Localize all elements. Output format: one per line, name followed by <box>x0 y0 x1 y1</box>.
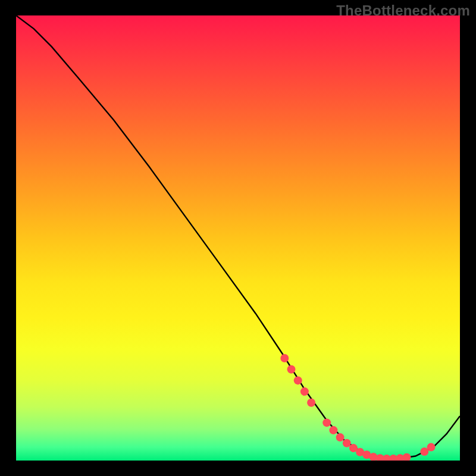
chart-marker <box>329 426 337 434</box>
chart-plot-area <box>16 15 460 461</box>
chart-marker <box>287 365 296 374</box>
chart-svg <box>16 15 460 461</box>
chart-marker <box>307 399 315 407</box>
chart-marker <box>343 439 351 447</box>
chart-curve <box>16 15 460 459</box>
watermark-text: TheBottleneck.com <box>336 2 470 19</box>
chart-marker <box>427 443 436 452</box>
chart-marker <box>280 354 289 362</box>
chart-marker <box>336 433 345 441</box>
chart-marker <box>322 418 331 427</box>
chart-marker <box>403 453 411 461</box>
chart-marker <box>294 376 302 384</box>
chart-markers <box>280 354 435 461</box>
chart-marker <box>300 387 309 396</box>
